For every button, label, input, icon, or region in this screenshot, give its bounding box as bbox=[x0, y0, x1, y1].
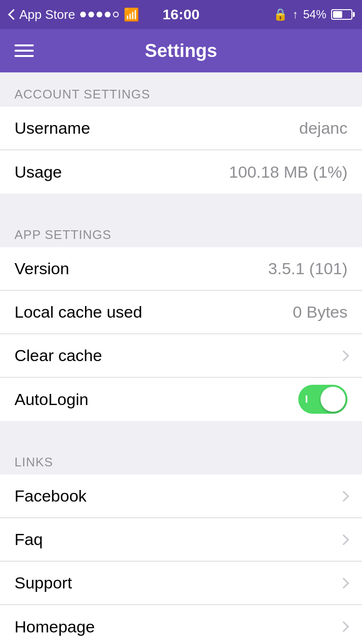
chevron-left-icon bbox=[8, 9, 19, 20]
item-label-support: Support bbox=[14, 574, 72, 592]
chevron-right-icon-homepage bbox=[338, 621, 349, 632]
section-header-app: APP SETTINGS bbox=[0, 213, 362, 247]
section-header-account: ACCOUNT SETTINGS bbox=[0, 72, 362, 107]
settings-container: ACCOUNT SETTINGSUsernamedejancUsage100.1… bbox=[0, 72, 362, 644]
chevron-right-icon-clear-cache bbox=[338, 350, 349, 361]
settings-item-support[interactable]: Support bbox=[0, 561, 362, 605]
hamburger-line-3 bbox=[14, 55, 34, 57]
status-bar: App Store 📶 16:00 🔒 ↑ 54% bbox=[0, 0, 362, 29]
item-label-clear-cache: Clear cache bbox=[14, 346, 102, 365]
item-label-version: Version bbox=[14, 259, 69, 278]
settings-item-facebook[interactable]: Facebook bbox=[0, 475, 362, 518]
nav-bar: Settings bbox=[0, 29, 362, 72]
chevron-right-icon-faq bbox=[338, 534, 349, 545]
settings-item-homepage[interactable]: Homepage bbox=[0, 605, 362, 644]
item-label-homepage: Homepage bbox=[14, 617, 95, 636]
item-value-username: dejanc bbox=[299, 119, 348, 138]
location-icon: ↑ bbox=[292, 8, 298, 21]
hamburger-menu-button[interactable] bbox=[14, 44, 34, 57]
status-right: 🔒 ↑ 54% bbox=[273, 8, 352, 21]
section-header-links: LINKS bbox=[0, 440, 362, 475]
item-value-version: 3.5.1 (101) bbox=[268, 259, 348, 278]
settings-item-faq[interactable]: Faq bbox=[0, 518, 362, 561]
item-label-facebook: Facebook bbox=[14, 487, 86, 505]
page-title: Settings bbox=[145, 41, 217, 61]
settings-item-clear-cache[interactable]: Clear cache bbox=[0, 334, 362, 378]
settings-item-autologin[interactable]: AutoLoginI bbox=[0, 378, 362, 421]
status-left: App Store 📶 bbox=[10, 7, 139, 22]
item-label-faq: Faq bbox=[14, 530, 43, 549]
settings-item-usage: Usage100.18 MB (1%) bbox=[0, 150, 362, 194]
item-label-autologin: AutoLogin bbox=[14, 390, 88, 409]
settings-item-username: Usernamedejanc bbox=[0, 107, 362, 150]
lock-icon: 🔒 bbox=[273, 8, 288, 21]
carrier-label: App Store bbox=[19, 7, 75, 22]
chevron-right-icon-support bbox=[338, 577, 349, 588]
battery-fill bbox=[333, 11, 342, 18]
hamburger-line-1 bbox=[14, 44, 34, 46]
signal-indicator bbox=[80, 12, 119, 17]
section-gap-1 bbox=[0, 194, 362, 213]
hamburger-line-2 bbox=[14, 50, 34, 52]
chevron-right-icon-facebook bbox=[338, 490, 349, 502]
signal-dot-2 bbox=[88, 12, 94, 17]
signal-dot-4 bbox=[105, 12, 111, 17]
toggle-label-autologin: I bbox=[305, 393, 308, 406]
settings-list-account: UsernamedejancUsage100.18 MB (1%) bbox=[0, 107, 362, 194]
settings-item-version: Version3.5.1 (101) bbox=[0, 247, 362, 291]
item-value-local-cache: 0 Bytes bbox=[293, 303, 348, 322]
signal-dot-1 bbox=[80, 12, 86, 17]
settings-item-local-cache: Local cache used0 Bytes bbox=[0, 291, 362, 334]
status-time: 16:00 bbox=[163, 6, 200, 23]
item-label-local-cache: Local cache used bbox=[14, 303, 142, 322]
settings-list-app: Version3.5.1 (101)Local cache used0 Byte… bbox=[0, 247, 362, 421]
item-label-username: Username bbox=[14, 119, 90, 138]
wifi-icon: 📶 bbox=[124, 7, 139, 22]
item-value-usage: 100.18 MB (1%) bbox=[229, 163, 348, 182]
back-button[interactable]: App Store bbox=[10, 7, 75, 22]
toggle-knob-autologin bbox=[320, 387, 346, 412]
settings-list-links: FacebookFaqSupportHomepage bbox=[0, 475, 362, 644]
signal-dot-5 bbox=[113, 12, 119, 17]
battery-percent: 54% bbox=[303, 8, 326, 21]
item-label-usage: Usage bbox=[14, 163, 62, 182]
section-gap-2 bbox=[0, 421, 362, 440]
battery-icon bbox=[331, 9, 352, 20]
signal-dot-3 bbox=[97, 12, 102, 17]
toggle-autologin[interactable]: I bbox=[298, 385, 348, 414]
